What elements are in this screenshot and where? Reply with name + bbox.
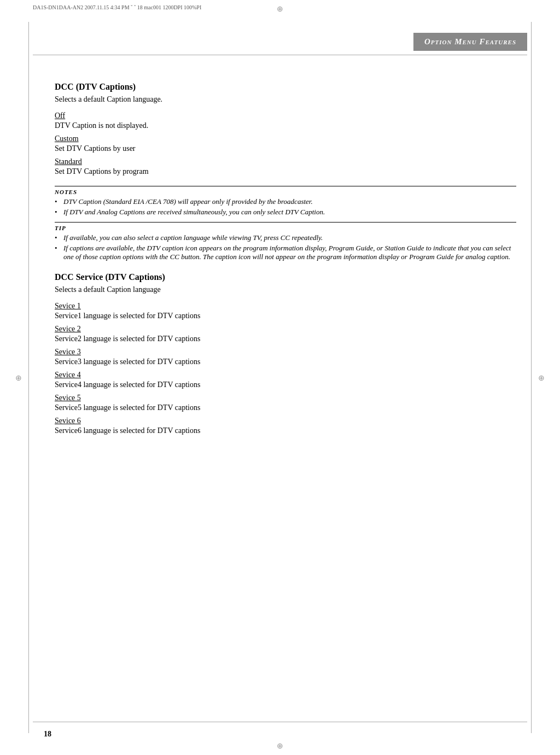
service5-term: Sevice 5 [55, 394, 516, 402]
option-standard-desc: Set DTV Captions by program [55, 167, 516, 176]
service6-block: Sevice 6 Service6 language is selected f… [55, 417, 516, 435]
reg-mark-bottom: ⊕ [277, 741, 283, 751]
service3-block: Sevice 3 Service3 language is selected f… [55, 348, 516, 366]
service6-term: Sevice 6 [55, 417, 516, 425]
service6-desc: Service6 language is selected for DTV ca… [55, 426, 516, 435]
section1-subtitle: Selects a default Caption language. [55, 95, 516, 104]
left-rule [28, 22, 29, 733]
section2-title: DCC Service (DTV Captions) [55, 272, 516, 282]
header-meta: DA1S-DN1DAA-AN2 2007.11.15 4:34 PM ˇ ˇ 1… [33, 4, 201, 10]
option-off-desc: DTV Caption is not displayed. [55, 121, 516, 130]
title-box: Option Menu Features [413, 33, 527, 51]
bottom-rule [33, 722, 527, 722]
tip-list: If available, you can also select a capt… [55, 233, 516, 261]
section2-subtitle: Selects a default Caption language [55, 285, 516, 294]
service2-desc: Service2 language is selected for DTV ca… [55, 335, 516, 343]
service2-block: Sevice 2 Service2 language is selected f… [55, 325, 516, 343]
reg-mark-right: ⊕ [538, 373, 545, 382]
page-number: 18 [44, 730, 51, 739]
section1-block: DCC (DTV Captions) Selects a default Cap… [55, 82, 516, 176]
service2-term: Sevice 2 [55, 325, 516, 333]
tip-section: TIP If available, you can also select a … [55, 222, 516, 261]
title-box-text: Option Menu Features [424, 37, 516, 46]
notes-list: DTV Caption (Standard EIA /CEA 708) will… [55, 197, 516, 216]
service1-block: Sevice 1 Service1 language is selected f… [55, 302, 516, 320]
tip-label: TIP [55, 222, 516, 231]
note-item-1: DTV Caption (Standard EIA /CEA 708) will… [55, 197, 516, 206]
option-custom-desc: Set DTV Captions by user [55, 144, 516, 153]
section1-options: Off DTV Caption is not displayed. Custom… [55, 112, 516, 176]
service5-desc: Service5 language is selected for DTV ca… [55, 403, 516, 412]
notes-section: NOTES DTV Caption (Standard EIA /CEA 708… [55, 186, 516, 216]
option-custom-term: Custom [55, 134, 516, 143]
main-content: DCC (DTV Captions) Selects a default Cap… [44, 82, 527, 435]
right-rule [531, 22, 532, 733]
reg-mark-left: ⊕ [15, 373, 22, 382]
section2-block: DCC Service (DTV Captions) Selects a def… [55, 272, 516, 435]
section1-title: DCC (DTV Captions) [55, 82, 516, 92]
header-bar: DA1S-DN1DAA-AN2 2007.11.15 4:34 PM ˇ ˇ 1… [33, 4, 527, 10]
service4-block: Sevice 4 Service4 language is selected f… [55, 371, 516, 389]
notes-label: NOTES [55, 186, 516, 195]
tip-item-2: If captions are available, the DTV capti… [55, 244, 516, 261]
service1-term: Sevice 1 [55, 302, 516, 311]
note-item-2: If DTV and Analog Captions are received … [55, 208, 516, 216]
service4-desc: Service4 language is selected for DTV ca… [55, 381, 516, 389]
option-standard-term: Standard [55, 157, 516, 166]
top-rule [33, 55, 527, 55]
service1-desc: Service1 language is selected for DTV ca… [55, 312, 516, 320]
service3-term: Sevice 3 [55, 348, 516, 356]
option-off-term: Off [55, 112, 516, 120]
service3-desc: Service3 language is selected for DTV ca… [55, 358, 516, 366]
tip-item-1: If available, you can also select a capt… [55, 233, 516, 242]
service4-term: Sevice 4 [55, 371, 516, 379]
page-container: ⊕ ⊕ ⊕ ⊕ DA1S-DN1DAA-AN2 2007.11.15 4:34 … [0, 0, 560, 755]
service5-block: Sevice 5 Service5 language is selected f… [55, 394, 516, 412]
section2-options: Sevice 1 Service1 language is selected f… [55, 302, 516, 435]
